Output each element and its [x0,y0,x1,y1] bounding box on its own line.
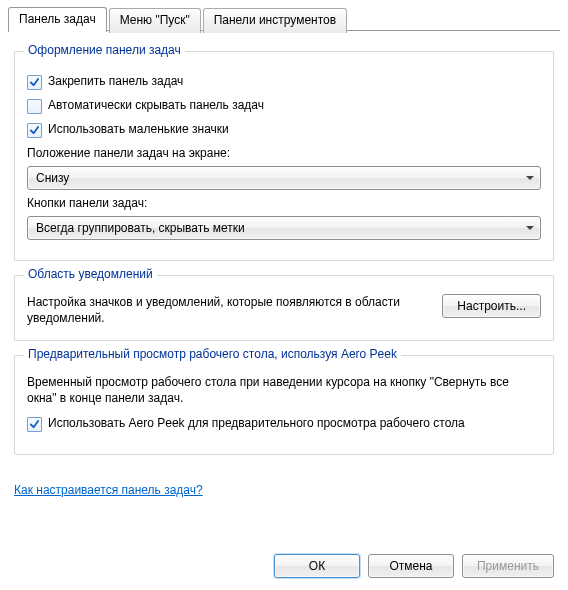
chevron-down-icon [526,176,534,180]
help-link[interactable]: Как настраивается панель задач? [14,483,203,497]
checkbox-label: Закрепить панель задач [48,74,183,89]
tab-content-taskbar: Оформление панели задач Закрепить панель… [0,31,568,479]
apply-button[interactable]: Применить [462,554,554,578]
dropdown-value: Всегда группировать, скрывать метки [36,221,245,235]
tab-label: Панель задач [19,12,96,26]
checkbox-lock-taskbar[interactable] [27,75,42,90]
button-label: Отмена [389,559,432,573]
checkbox-label: Использовать Aero Peek для предварительн… [48,416,465,431]
checkbox-small-icons[interactable] [27,123,42,138]
button-label: Применить [477,559,539,573]
cancel-button[interactable]: Отмена [368,554,454,578]
tab-label: Меню "Пуск" [120,13,190,27]
customize-button[interactable]: Настроить... [442,294,541,318]
link-text: Как настраивается панель задач? [14,483,203,497]
tab-label: Панели инструментов [214,13,336,27]
dropdown-value: Снизу [36,171,69,185]
group-notification-area: Область уведомлений Настройка значков и … [14,275,554,341]
dropdown-taskbar-buttons[interactable]: Всегда группировать, скрывать метки [27,216,541,240]
tab-toolbars[interactable]: Панели инструментов [203,8,347,33]
group-title: Область уведомлений [24,267,157,281]
taskbar-properties-window: Панель задач Меню "Пуск" Панели инструме… [0,0,568,590]
dialog-button-row: ОК Отмена Применить [274,554,554,578]
notification-description: Настройка значков и уведомлений, которые… [27,294,430,326]
aero-peek-description: Временный просмотр рабочего стола при на… [27,374,541,406]
label-taskbar-buttons: Кнопки панели задач: [27,196,541,210]
group-appearance: Оформление панели задач Закрепить панель… [14,51,554,261]
label-taskbar-position: Положение панели задач на экране: [27,146,541,160]
group-title: Оформление панели задач [24,43,185,57]
tabstrip: Панель задач Меню "Пуск" Панели инструме… [0,0,568,31]
checkbox-auto-hide[interactable] [27,99,42,114]
group-title: Предварительный просмотр рабочего стола,… [24,347,401,361]
button-label: ОК [309,559,325,573]
tab-start-menu[interactable]: Меню "Пуск" [109,8,201,33]
tab-taskbar[interactable]: Панель задач [8,7,107,32]
checkbox-label: Автоматически скрывать панель задач [48,98,264,113]
button-label: Настроить... [457,299,526,313]
group-aero-peek: Предварительный просмотр рабочего стола,… [14,355,554,455]
dropdown-taskbar-position[interactable]: Снизу [27,166,541,190]
checkbox-label: Использовать маленькие значки [48,122,229,137]
chevron-down-icon [526,226,534,230]
ok-button[interactable]: ОК [274,554,360,578]
checkbox-use-aero-peek[interactable] [27,417,42,432]
